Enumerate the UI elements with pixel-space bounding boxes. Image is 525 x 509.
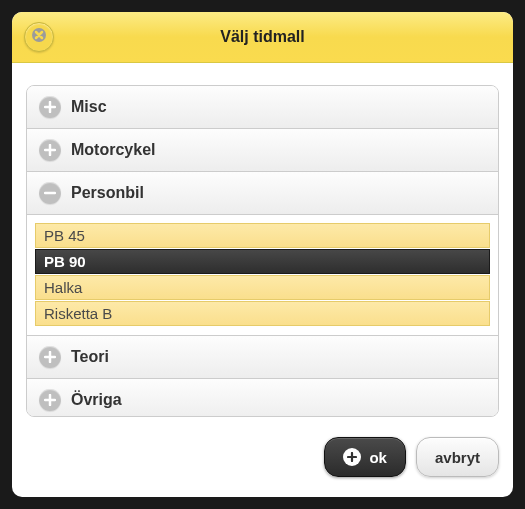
- plus-icon: [39, 389, 61, 411]
- section-label: Motorcykel: [71, 141, 155, 159]
- list-item[interactable]: Risketta B: [35, 301, 490, 326]
- section-label: Personbil: [71, 184, 144, 202]
- section-personbil[interactable]: Personbil: [27, 171, 498, 214]
- ok-label: ok: [369, 449, 387, 466]
- cancel-label: avbryt: [435, 449, 480, 466]
- dialog-footer: ok avbryt: [12, 431, 513, 497]
- plus-icon: [39, 346, 61, 368]
- plus-icon: [39, 96, 61, 118]
- section-motorcykel[interactable]: Motorcykel: [27, 128, 498, 171]
- section-personbil-panel: PB 45 PB 90 Halka Risketta B: [27, 214, 498, 335]
- list-item[interactable]: Halka: [35, 275, 490, 300]
- section-misc[interactable]: Misc: [27, 86, 498, 128]
- dialog: Välj tidmall Misc Motorcykel Personbil: [12, 12, 513, 497]
- section-teori[interactable]: Teori: [27, 335, 498, 378]
- list-item[interactable]: PB 90: [35, 249, 490, 274]
- minus-icon: [39, 182, 61, 204]
- section-label: Teori: [71, 348, 109, 366]
- cancel-button[interactable]: avbryt: [416, 437, 499, 477]
- accordion: Misc Motorcykel Personbil PB 45 PB 90 Ha…: [26, 85, 499, 417]
- section-label: Övriga: [71, 391, 122, 409]
- section-ovriga[interactable]: Övriga: [27, 378, 498, 417]
- dialog-header: Välj tidmall: [12, 12, 513, 63]
- list-item[interactable]: PB 45: [35, 223, 490, 248]
- plus-icon: [39, 139, 61, 161]
- plus-icon: [343, 448, 361, 466]
- dialog-title: Välj tidmall: [24, 28, 501, 46]
- ok-button[interactable]: ok: [324, 437, 406, 477]
- section-label: Misc: [71, 98, 107, 116]
- dialog-body: Misc Motorcykel Personbil PB 45 PB 90 Ha…: [12, 63, 513, 431]
